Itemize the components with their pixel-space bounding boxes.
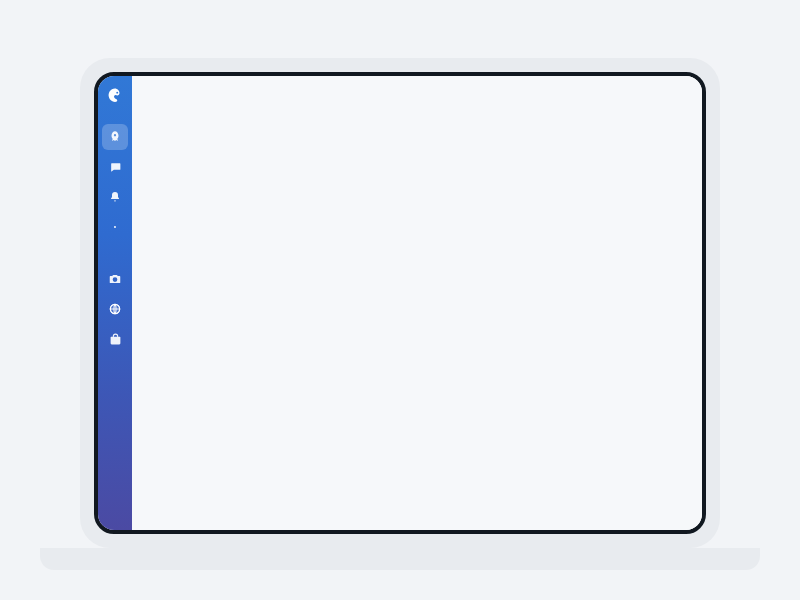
sidebar-item-globe[interactable]: [102, 296, 128, 322]
chat-icon: [109, 161, 122, 174]
sidebar-item-files[interactable]: [102, 326, 128, 352]
bag-icon: [109, 333, 122, 346]
sidebar: [98, 76, 132, 530]
svg-point-1: [114, 226, 116, 228]
laptop-base: [40, 548, 760, 570]
laptop-frame: [80, 58, 720, 548]
sidebar-item-alerts[interactable]: [102, 184, 128, 210]
globe-icon: [108, 302, 122, 316]
camera-icon: [108, 272, 122, 286]
sidebar-item-media[interactable]: [102, 266, 128, 292]
sidebar-item-more[interactable]: [102, 214, 128, 240]
svg-point-0: [116, 92, 118, 94]
bell-icon: [109, 191, 121, 203]
sidebar-item-launch[interactable]: [102, 124, 128, 150]
app-logo-icon[interactable]: [105, 86, 125, 106]
dot-icon: [110, 222, 120, 232]
rocket-icon: [108, 130, 122, 144]
app-screen: [94, 72, 706, 534]
main-content-area: [132, 76, 702, 530]
sidebar-item-chat[interactable]: [102, 154, 128, 180]
